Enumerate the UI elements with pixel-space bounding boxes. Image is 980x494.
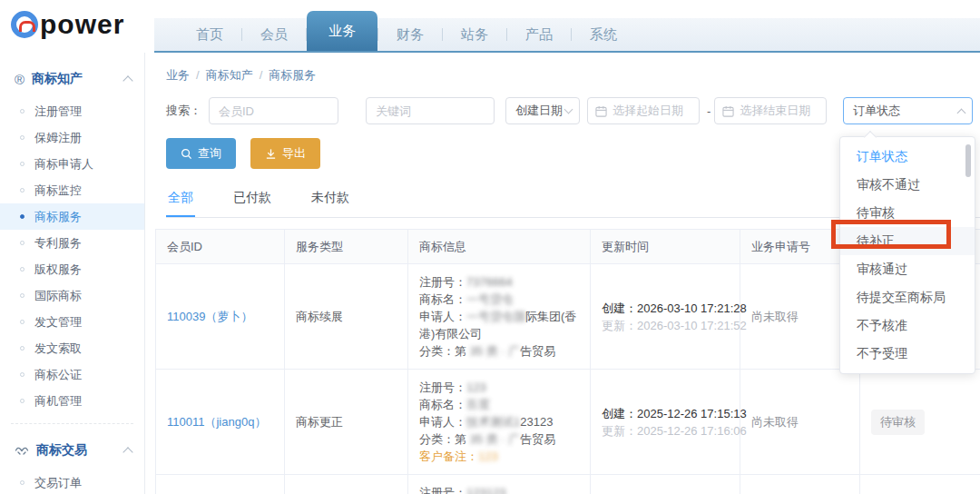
sidebar-item-商标监控[interactable]: 商标监控 bbox=[0, 177, 144, 203]
nav-item-站务[interactable]: 站务 bbox=[443, 18, 506, 51]
cell-member-id: 110039（萝卜） bbox=[156, 264, 285, 370]
sidebar-item-label: 版权服务 bbox=[34, 262, 82, 276]
info-line: 分类：第 35 类 · 广告贸易 bbox=[419, 342, 579, 360]
dropdown-item-订单状态[interactable]: 订单状态 bbox=[840, 143, 975, 171]
chevron-up-icon bbox=[122, 75, 132, 85]
sidebar-item-商标申请人[interactable]: 商标申请人 bbox=[0, 151, 144, 177]
sidebar-item-注册管理[interactable]: 注册管理 bbox=[0, 98, 144, 124]
nav-item-财务[interactable]: 财务 bbox=[378, 18, 442, 51]
info-value: 第 bbox=[455, 432, 470, 446]
nav-item-首页[interactable]: 首页 bbox=[178, 18, 241, 51]
tab-已付款[interactable]: 已付款 bbox=[231, 182, 273, 217]
info-value: 35 类 · 广 bbox=[470, 432, 521, 446]
breadcrumb-link-业务[interactable]: 业务 bbox=[166, 68, 190, 82]
app-header: power 首页会员业务财务站务产品系统 bbox=[0, 0, 980, 53]
info-label: 申请人： bbox=[419, 415, 466, 429]
member-id-link[interactable]: 110039（萝卜） bbox=[167, 310, 252, 323]
sidebar: ®商标知产注册管理保姆注册商标申请人商标监控商标服务专利服务版权服务国际商标发文… bbox=[0, 53, 145, 494]
order-status-select[interactable]: 订单状态 bbox=[843, 97, 973, 124]
download-icon bbox=[265, 148, 277, 160]
cell-trademark-info: 注册号：123123商标名：宇明 123 YU GANG 123申请人：河南宇明… bbox=[408, 475, 591, 494]
member-id-input[interactable] bbox=[209, 97, 338, 124]
member-id-link[interactable]: 110011（jiang0q） bbox=[167, 415, 266, 429]
dropdown-scrollbar[interactable] bbox=[965, 144, 971, 177]
sidebar-item-label: 交易订单 bbox=[34, 476, 82, 489]
end-date-input[interactable]: 选择结束日期 bbox=[714, 97, 827, 124]
customer-note: 客户备注：123 bbox=[419, 448, 579, 465]
sidebar-item-label: 国际商标 bbox=[34, 289, 82, 302]
chevron-down-icon bbox=[564, 105, 573, 114]
cell-application-no: 尚未取得 bbox=[740, 370, 860, 475]
sidebar-item-商机管理[interactable]: 商机管理 bbox=[0, 388, 144, 414]
cell-member-id: 110011（jiang0q） bbox=[156, 370, 285, 475]
keyword-input[interactable] bbox=[366, 97, 495, 124]
sidebar-section-商标交易[interactable]: 商标交易 bbox=[0, 424, 144, 469]
dropdown-item-待补正[interactable]: 待补正 bbox=[840, 227, 975, 255]
date-type-select[interactable]: 创建日期 bbox=[505, 97, 580, 124]
handshake-icon bbox=[15, 445, 29, 456]
sidebar-item-交易订单[interactable]: 交易订单 bbox=[0, 469, 144, 494]
tab-全部[interactable]: 全部 bbox=[166, 182, 195, 217]
bullet-icon bbox=[20, 188, 24, 193]
sidebar-item-版权服务[interactable]: 版权服务 bbox=[0, 256, 144, 282]
tab-未付款[interactable]: 未付款 bbox=[309, 182, 351, 217]
app-logo: power bbox=[11, 11, 124, 38]
sidebar-item-发文管理[interactable]: 发文管理 bbox=[0, 309, 144, 335]
info-label: 注册号： bbox=[419, 380, 466, 394]
order-status-value: 订单状态 bbox=[853, 103, 958, 119]
dropdown-item-审核不通过[interactable]: 审核不通过 bbox=[840, 171, 975, 199]
breadcrumb-link-商标服务[interactable]: 商标服务 bbox=[269, 68, 316, 82]
info-value: 一号贷仓 bbox=[466, 292, 514, 306]
info-label: 分类： bbox=[419, 432, 455, 446]
sidebar-section-商标知产[interactable]: ®商标知产 bbox=[0, 53, 144, 98]
note-value: 123 bbox=[478, 450, 498, 463]
date-range-separator: - bbox=[707, 104, 710, 118]
dropdown-item-不予核准[interactable]: 不予核准 bbox=[840, 311, 975, 340]
dropdown-item-待提交至商标局[interactable]: 待提交至商标局 bbox=[840, 283, 975, 311]
export-button[interactable]: 导出 bbox=[250, 138, 320, 169]
sidebar-item-发文索取[interactable]: 发文索取 bbox=[0, 335, 144, 361]
nav-item-产品[interactable]: 产品 bbox=[507, 18, 571, 51]
calendar-icon bbox=[722, 105, 734, 117]
sidebar-item-label: 发文管理 bbox=[34, 315, 82, 329]
info-line: 申请人：技术测试123123 bbox=[419, 413, 579, 430]
export-button-label: 导出 bbox=[282, 145, 306, 162]
sidebar-item-商标公证[interactable]: 商标公证 bbox=[0, 361, 144, 388]
created-time: 创建：2026-03-10 17:21:28 bbox=[602, 300, 729, 317]
note-label: 客户备注： bbox=[419, 450, 478, 463]
dropdown-item-不予受理[interactable]: 不予受理 bbox=[840, 340, 975, 368]
nav-item-系统[interactable]: 系统 bbox=[572, 18, 635, 51]
status-badge[interactable]: 待审核 bbox=[871, 410, 925, 435]
updated-time: 更新：2026-03-10 17:21:52 bbox=[602, 317, 729, 334]
cell-trademark-info: 注册号：7376664商标名：一号贷仓申请人：一号贷仓国际集团(香港)有限公司分… bbox=[408, 264, 591, 370]
updated-label: 更新： bbox=[602, 319, 637, 332]
info-line: 商标名：百度 bbox=[419, 396, 579, 413]
nav-item-会员[interactable]: 会员 bbox=[242, 18, 306, 51]
created-label: 创建： bbox=[602, 407, 637, 420]
cell-service-type: 商标宽展 bbox=[285, 475, 408, 494]
registered-icon: ® bbox=[15, 72, 24, 87]
info-value: 35 类 · 广 bbox=[470, 344, 521, 358]
date-type-value: 创建日期 bbox=[515, 103, 565, 119]
sidebar-item-保姆注册[interactable]: 保姆注册 bbox=[0, 124, 144, 151]
dropdown-item-待审核[interactable]: 待审核 bbox=[840, 199, 975, 227]
bullet-icon bbox=[20, 346, 24, 351]
order-status-dropdown: 订单状态审核不通过待审核待补正审核通过待提交至商标局不予核准不予受理 bbox=[839, 136, 975, 374]
created-label: 创建： bbox=[602, 301, 637, 315]
column-header-服务类型: 服务类型 bbox=[285, 230, 408, 264]
column-header-商标信息: 商标信息 bbox=[408, 230, 591, 264]
breadcrumb-link-商标知产[interactable]: 商标知产 bbox=[206, 68, 253, 82]
sidebar-item-国际商标[interactable]: 国际商标 bbox=[0, 282, 144, 309]
dropdown-items: 订单状态审核不通过待审核待补正审核通过待提交至商标局不予核准不予受理 bbox=[840, 143, 975, 368]
nav-item-业务[interactable]: 业务 bbox=[307, 11, 377, 51]
sidebar-item-商标服务[interactable]: 商标服务 bbox=[0, 203, 144, 230]
updated-value: 2025-12-26 17:16:06 bbox=[637, 424, 747, 438]
application-no: 尚未取得 bbox=[751, 310, 799, 323]
bullet-icon bbox=[20, 267, 24, 272]
start-date-input[interactable]: 选择起始日期 bbox=[587, 97, 700, 124]
query-button[interactable]: 查询 bbox=[166, 138, 236, 169]
updated-value: 2026-03-10 17:21:52 bbox=[637, 319, 747, 332]
cell-update-time: 创建：2026-03-10 17:21:28更新：2026-03-10 17:2… bbox=[591, 264, 740, 370]
sidebar-item-专利服务[interactable]: 专利服务 bbox=[0, 230, 144, 256]
dropdown-item-审核通过[interactable]: 审核通过 bbox=[840, 255, 975, 283]
